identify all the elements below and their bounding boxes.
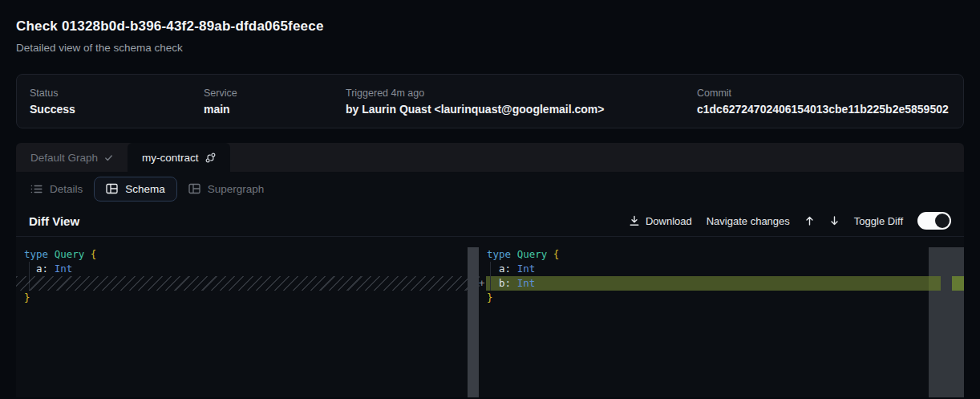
tab-my-contract-label: my-contract: [142, 152, 199, 164]
code-line: }: [487, 291, 493, 305]
tab-my-contract[interactable]: my-contract: [128, 143, 230, 172]
toggle-knob: [935, 214, 950, 228]
diff-controls: Download Navigate changes Toggle Diff: [629, 212, 951, 230]
added-line-marker: +: [479, 276, 485, 291]
commit-label: Commit: [697, 88, 950, 99]
status-label: Status: [30, 88, 204, 99]
commit-field: Commit c1dc62724702406154013cbe11b225b2e…: [697, 88, 950, 116]
diff-view-title: Diff View: [29, 214, 79, 228]
triggered-label: Triggered 4m ago: [346, 88, 697, 99]
check-summary-panel: Status Success Service main Triggered 4m…: [16, 74, 964, 128]
toggle-diff-switch[interactable]: [917, 212, 951, 230]
navigate-changes-label: Navigate changes: [707, 215, 790, 227]
code-line: }: [24, 291, 30, 305]
page-subtitle: Detailed view of the schema check: [16, 42, 964, 54]
code-line: a: Int: [487, 262, 535, 276]
view-tabs: Details Schema Supergraph: [16, 172, 964, 206]
panels-icon: [106, 183, 118, 194]
code-line: type Query {: [487, 247, 559, 262]
page-title: Check 01328b0d-b396-43f2-89ab-dfda065fee…: [16, 18, 964, 35]
check-icon: [104, 153, 113, 162]
download-button[interactable]: Download: [629, 215, 692, 227]
service-field: Service main: [204, 88, 346, 116]
arrow-down-icon: [829, 215, 840, 226]
diff-pane-before: type Query { a: Int }: [16, 238, 480, 397]
left-scrollbar-thumb[interactable]: [468, 247, 479, 397]
download-label: Download: [646, 215, 692, 227]
diff-pane-after: + type Query { a: Int b: Int }: [480, 238, 964, 397]
tab-supergraph[interactable]: Supergraph: [187, 177, 266, 202]
tab-schema[interactable]: Schema: [94, 177, 177, 202]
triggered-value: by Laurin Quast <laurinquast@googlemail.…: [346, 103, 697, 116]
arrow-up-icon: [804, 215, 815, 226]
tab-default-graph[interactable]: Default Graph: [16, 143, 128, 172]
prev-change-button[interactable]: [804, 215, 815, 226]
triggered-field: Triggered 4m ago by Laurin Quast <laurin…: [346, 88, 697, 116]
diff-toolbar: Diff View Download Navigate changes: [16, 206, 964, 237]
minimap-slider[interactable]: [929, 247, 964, 397]
tab-schema-label: Schema: [125, 183, 165, 195]
graph-tabs-bar: Default Graph my-contract: [16, 143, 964, 172]
tab-supergraph-label: Supergraph: [208, 183, 265, 195]
tab-details[interactable]: Details: [29, 177, 84, 202]
tab-default-graph-label: Default Graph: [30, 152, 98, 164]
minimap-added-line: [929, 276, 941, 291]
check-content: Details Schema Supergraph Diff View: [16, 172, 964, 397]
next-change-button[interactable]: [829, 215, 840, 226]
code-line: a: Int: [24, 262, 72, 276]
git-compare-icon: [205, 153, 216, 163]
tab-details-label: Details: [50, 183, 83, 195]
list-icon: [30, 184, 43, 194]
diff-placeholder-hatch: [16, 276, 480, 291]
page-header: Check 01328b0d-b396-43f2-89ab-dfda065fee…: [0, 0, 980, 54]
status-field: Status Success: [30, 88, 204, 116]
schema-check-page: Check 01328b0d-b396-43f2-89ab-dfda065fee…: [0, 0, 980, 399]
service-value: main: [204, 103, 346, 116]
commit-value: c1dc62724702406154013cbe11b225b2e5859502: [697, 103, 950, 116]
toggle-diff-label: Toggle Diff: [854, 215, 903, 227]
status-value: Success: [30, 103, 204, 116]
added-line-highlight: [486, 276, 929, 291]
code-line: type Query {: [24, 247, 96, 262]
diff-editor: type Query { a: Int } + type Query { a: …: [16, 238, 964, 397]
download-icon: [629, 215, 640, 226]
panels-icon: [188, 183, 200, 194]
service-label: Service: [204, 88, 346, 99]
code-line-added: b: Int: [487, 276, 535, 291]
overview-ruler-added-marker: [952, 276, 964, 291]
